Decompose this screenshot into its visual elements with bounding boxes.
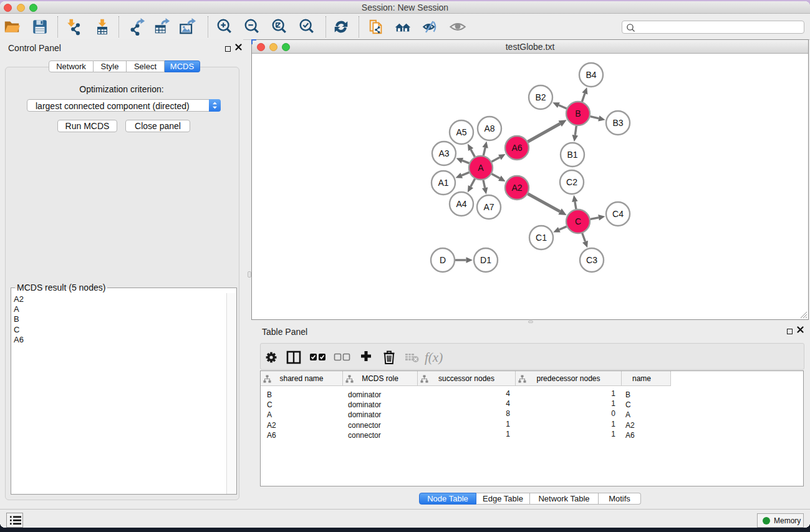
svg-text:D1: D1 (480, 255, 491, 265)
svg-text:A4: A4 (456, 199, 466, 209)
svg-text:C4: C4 (612, 209, 624, 219)
svg-text:A8: A8 (484, 123, 494, 133)
svg-text:B: B (575, 109, 581, 118)
svg-text:A5: A5 (456, 127, 466, 137)
svg-text:C: C (575, 216, 581, 226)
svg-text:A6: A6 (511, 143, 522, 153)
svg-text:A1: A1 (438, 178, 448, 188)
svg-text:C3: C3 (586, 255, 597, 265)
svg-text:B2: B2 (535, 92, 546, 102)
svg-text:A7: A7 (483, 202, 494, 212)
svg-text:B4: B4 (586, 70, 596, 80)
svg-text:C1: C1 (536, 233, 547, 243)
svg-text:C2: C2 (566, 177, 577, 187)
svg-text:A2: A2 (511, 183, 522, 193)
svg-text:D: D (440, 255, 446, 265)
svg-text:f(x): f(x) (425, 350, 443, 365)
svg-text:B1: B1 (567, 150, 577, 160)
svg-text:A3: A3 (438, 148, 449, 158)
svg-text:B3: B3 (612, 118, 623, 128)
svg-text:A: A (478, 163, 484, 173)
